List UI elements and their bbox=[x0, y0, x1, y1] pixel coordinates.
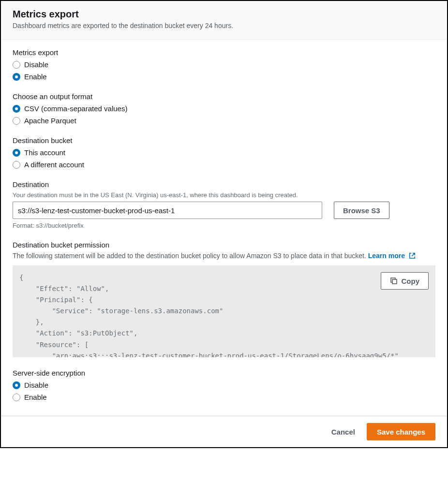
radio-metrics-disable[interactable]: Disable bbox=[13, 60, 435, 69]
panel-footer: Cancel Save changes bbox=[1, 416, 447, 447]
policy-code-wrap: { "Effect": "Allow", "Principal": { "Ser… bbox=[13, 265, 435, 357]
radio-label: Enable bbox=[24, 73, 47, 81]
browse-s3-button[interactable]: Browse S3 bbox=[334, 202, 389, 219]
destination-bucket-group: Destination bucket This account A differ… bbox=[13, 136, 435, 169]
radio-format-parquet[interactable]: Apache Parquet bbox=[13, 116, 435, 125]
radio-icon bbox=[13, 117, 20, 125]
radio-icon bbox=[13, 61, 20, 69]
radio-label: Disable bbox=[24, 60, 48, 69]
metrics-export-group: Metrics export Disable Enable bbox=[13, 48, 435, 81]
metrics-export-label: Metrics export bbox=[13, 48, 435, 57]
destination-row: Browse S3 bbox=[13, 202, 435, 219]
browse-s3-label: Browse S3 bbox=[343, 206, 380, 215]
permission-label: Destination bucket permission bbox=[13, 241, 435, 249]
radio-sse-disable[interactable]: Disable bbox=[13, 381, 435, 389]
sse-group: Server-side encryption Disable Enable bbox=[13, 369, 435, 401]
radio-label: This account bbox=[24, 148, 65, 157]
policy-code: { "Effect": "Allow", "Principal": { "Ser… bbox=[13, 265, 435, 357]
radio-label: Enable bbox=[24, 393, 47, 401]
radio-label: Disable bbox=[24, 381, 48, 389]
metrics-export-panel: Metrics export Dashboard metrics are exp… bbox=[0, 0, 448, 448]
learn-more-link[interactable]: Learn more bbox=[368, 252, 416, 260]
radio-label: CSV (comma-separated values) bbox=[24, 104, 127, 113]
copy-button[interactable]: Copy bbox=[381, 272, 429, 290]
permission-desc: The following statement will be added to… bbox=[13, 252, 435, 260]
radio-bucket-other[interactable]: A different account bbox=[13, 160, 435, 169]
radio-format-csv[interactable]: CSV (comma-separated values) bbox=[13, 104, 435, 113]
output-format-group: Choose an output format CSV (comma-separ… bbox=[13, 92, 435, 125]
permission-desc-text: The following statement will be added to… bbox=[13, 252, 368, 260]
destination-hint: Your destination must be in the US East … bbox=[13, 191, 435, 199]
radio-bucket-this[interactable]: This account bbox=[13, 148, 435, 157]
radio-icon bbox=[13, 161, 20, 169]
copy-icon bbox=[390, 277, 398, 285]
radio-icon bbox=[13, 73, 20, 81]
radio-icon bbox=[13, 149, 20, 157]
destination-group: Destination Your destination must be in … bbox=[13, 180, 435, 229]
radio-label: A different account bbox=[24, 160, 84, 169]
destination-bucket-label: Destination bucket bbox=[13, 136, 435, 145]
svg-rect-0 bbox=[392, 279, 397, 284]
learn-more-text: Learn more bbox=[368, 252, 405, 260]
radio-icon bbox=[13, 393, 20, 401]
permission-group: Destination bucket permission The follow… bbox=[13, 241, 435, 357]
destination-format-hint: Format: s3://bucket/prefix bbox=[13, 222, 435, 229]
destination-label: Destination bbox=[13, 180, 435, 189]
radio-icon bbox=[13, 105, 20, 113]
panel-body: Metrics export Disable Enable Choose an … bbox=[1, 40, 447, 416]
destination-input[interactable] bbox=[13, 202, 322, 219]
radio-metrics-enable[interactable]: Enable bbox=[13, 73, 435, 81]
panel-subtitle: Dashboard metrics are exported to the de… bbox=[13, 22, 435, 29]
panel-title: Metrics export bbox=[13, 9, 435, 20]
copy-label: Copy bbox=[402, 277, 420, 285]
save-changes-button[interactable]: Save changes bbox=[367, 423, 435, 440]
radio-icon bbox=[13, 381, 20, 389]
sse-label: Server-side encryption bbox=[13, 369, 435, 377]
panel-header: Metrics export Dashboard metrics are exp… bbox=[1, 1, 447, 40]
radio-label: Apache Parquet bbox=[24, 116, 76, 125]
external-link-icon bbox=[409, 252, 416, 259]
output-format-label: Choose an output format bbox=[13, 92, 435, 101]
cancel-button[interactable]: Cancel bbox=[326, 424, 361, 440]
radio-sse-enable[interactable]: Enable bbox=[13, 393, 435, 401]
